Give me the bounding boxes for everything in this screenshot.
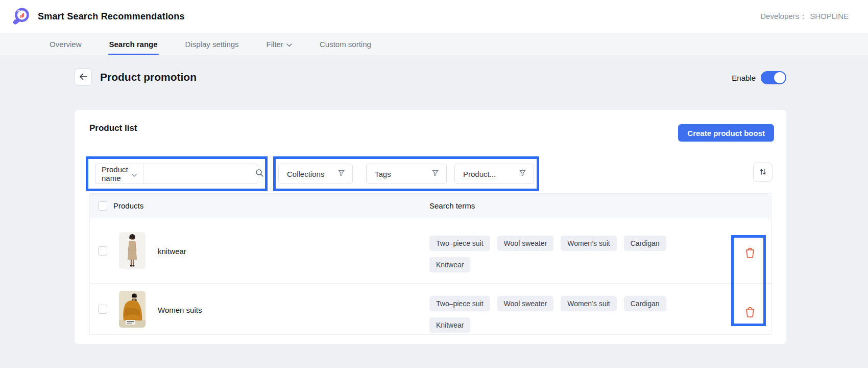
app-logo-icon [12,7,31,26]
product-search-combo: Product name [95,164,258,184]
row-checkbox[interactable] [98,246,107,256]
enable-control: Enable [732,71,786,84]
table-row: Women suits Two–piece suit Wool sweater … [90,283,771,334]
chevron-down-icon [132,170,137,178]
chevron-down-icon [286,40,292,49]
developer-info: Developers： SHOPLINE [760,12,849,21]
product-image-knitwear [119,232,146,269]
tab-display-settings[interactable]: Display settings [184,33,240,55]
filter-collections-button[interactable]: Collections [278,164,353,184]
sort-button[interactable] [753,163,773,182]
product-table: Products Search terms [89,193,771,335]
top-header: Smart Search Recommendations Developers：… [0,0,868,33]
page-title: Product promotion [100,71,197,83]
search-icon [255,169,264,179]
search-term-chip: Women’s suit [561,236,617,251]
product-list-title: Product list [89,123,137,133]
search-term-chip: Wool sweater [497,296,554,311]
row-checkbox[interactable] [98,305,107,314]
column-header-search-terms: Search terms [429,201,475,210]
table-row: knitwear Two–piece suit Wool sweater Wom… [90,218,771,283]
search-term-chip: Knitwear [429,317,470,333]
developers-label: Developers： [760,12,807,21]
tab-custom-sorting[interactable]: Custom sorting [319,33,372,55]
product-list-card: Product list Create product boost Produc… [75,110,786,344]
enable-label: Enable [732,74,756,82]
search-term-chip: Two–piece suit [429,296,490,311]
filter-tags-button[interactable]: Tags [366,164,447,184]
app-title: Smart Search Recommendations [38,11,185,22]
search-term-chip: Wool sweater [497,236,554,251]
tab-filter[interactable]: Filter [266,33,293,55]
enable-toggle[interactable] [761,71,786,84]
create-product-boost-button[interactable]: Create product boost [678,124,774,142]
product-name: knitwear [158,247,186,256]
trash-icon [743,306,757,320]
back-button[interactable] [75,68,92,86]
delete-row-button[interactable] [743,306,757,320]
search-field-selector[interactable]: Product name [95,164,143,183]
delete-row-button[interactable] [743,246,757,261]
toggle-knob [774,72,785,83]
select-all-checkbox[interactable] [98,201,107,211]
search-term-chip: Cardigan [624,236,666,251]
search-term-chip: Cardigan [624,296,666,311]
search-term-chip: Knitwear [429,257,470,272]
funnel-icon [431,169,439,178]
tab-search-range[interactable]: Search range [108,33,159,55]
trash-icon [743,246,757,261]
developer-name: SHOPLINE [810,12,849,21]
funnel-icon [337,169,345,178]
arrow-left-icon [79,72,88,83]
funnel-icon [519,169,526,178]
filter-product-button[interactable]: Product... [454,164,534,184]
table-header-row: Products Search terms [90,194,771,218]
search-terms-list: Two–piece suit Wool sweater Women’s suit… [429,236,710,272]
search-term-chip: Two–piece suit [429,236,490,251]
search-terms-list: Two–piece suit Wool sweater Women’s suit… [429,296,710,333]
main-tab-bar: Overview Search range Display settings F… [0,33,868,55]
tab-overview[interactable]: Overview [49,33,83,55]
search-input[interactable] [150,170,251,178]
page-content: Product promotion Enable Product list Cr… [0,55,868,368]
product-image-women-suits [119,291,146,328]
search-input-wrap [143,164,270,183]
search-term-chip: Women’s suit [561,296,617,311]
sort-arrows-icon [759,168,767,177]
product-name: Women suits [158,306,202,314]
column-header-products: Products [113,201,143,210]
